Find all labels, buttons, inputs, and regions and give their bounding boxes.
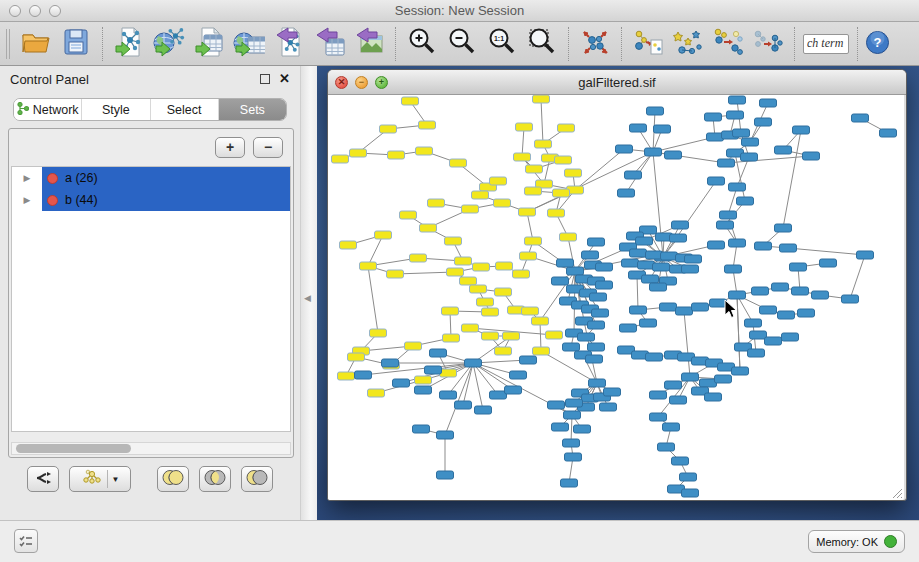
graph-node-blue[interactable] bbox=[415, 386, 432, 394]
tab-select[interactable]: Select bbox=[151, 99, 219, 120]
graph-node-blue[interactable] bbox=[563, 439, 580, 447]
graph-node-yellow[interactable] bbox=[514, 153, 531, 161]
graph-node-blue[interactable] bbox=[752, 287, 769, 295]
graph-node-blue[interactable] bbox=[680, 473, 697, 481]
graph-node-yellow[interactable] bbox=[462, 205, 479, 213]
graph-node-blue[interactable] bbox=[653, 263, 670, 271]
search-input[interactable] bbox=[803, 34, 849, 54]
graph-node-blue[interactable] bbox=[729, 96, 746, 104]
graph-node-blue[interactable] bbox=[490, 391, 507, 399]
graph-node-yellow[interactable] bbox=[360, 262, 377, 270]
graph-node-blue[interactable] bbox=[708, 241, 725, 249]
graph-node-blue[interactable] bbox=[792, 287, 809, 295]
graph-node-blue[interactable] bbox=[355, 371, 372, 379]
graph-node-blue[interactable] bbox=[660, 303, 677, 311]
graph-node-yellow[interactable] bbox=[565, 169, 582, 177]
graph-node-yellow[interactable] bbox=[516, 123, 533, 131]
task-history-button[interactable] bbox=[14, 529, 38, 553]
graph-node-yellow[interactable] bbox=[525, 187, 542, 195]
expand-arrow-icon[interactable]: ▶ bbox=[12, 195, 42, 205]
graph-node-yellow[interactable] bbox=[455, 257, 472, 265]
graph-node-yellow[interactable] bbox=[375, 231, 392, 239]
graph-node-yellow[interactable] bbox=[495, 347, 512, 355]
graph-node-blue[interactable] bbox=[645, 148, 662, 156]
graph-node-yellow[interactable] bbox=[410, 254, 427, 262]
graph-node-blue[interactable] bbox=[437, 431, 454, 439]
graph-node-blue[interactable] bbox=[755, 242, 772, 250]
graph-node-blue[interactable] bbox=[672, 457, 689, 465]
graph-node-yellow[interactable] bbox=[420, 224, 437, 232]
graph-node-yellow[interactable] bbox=[546, 331, 563, 339]
help-button[interactable]: ? bbox=[864, 31, 890, 57]
graph-node-yellow[interactable] bbox=[428, 199, 445, 207]
graph-node-yellow[interactable] bbox=[460, 277, 477, 285]
graph-node-yellow[interactable] bbox=[450, 159, 467, 167]
graph-node-blue[interactable] bbox=[708, 177, 725, 185]
graph-node-blue[interactable] bbox=[765, 337, 782, 345]
graph-node-blue[interactable] bbox=[646, 251, 663, 259]
graph-node-yellow[interactable] bbox=[470, 285, 487, 293]
graph-node-blue[interactable] bbox=[733, 129, 750, 137]
graph-node-yellow[interactable] bbox=[419, 121, 436, 129]
graph-node-blue[interactable] bbox=[630, 306, 647, 314]
save-session-button[interactable] bbox=[56, 25, 96, 63]
graph-node-blue[interactable] bbox=[658, 443, 675, 451]
graph-node-yellow[interactable] bbox=[533, 347, 550, 355]
select-first-neighbors-button[interactable] bbox=[668, 25, 708, 63]
graph-node-blue[interactable] bbox=[670, 396, 687, 404]
graph-node-blue[interactable] bbox=[510, 371, 527, 379]
zoom-fit-selected-button[interactable] bbox=[522, 25, 562, 63]
graph-node-blue[interactable] bbox=[705, 393, 722, 401]
graph-node-yellow[interactable] bbox=[553, 189, 570, 197]
graph-node-yellow[interactable] bbox=[332, 155, 349, 163]
graph-node-blue[interactable] bbox=[729, 291, 746, 299]
graph-node-blue[interactable] bbox=[748, 349, 765, 357]
graph-node-blue[interactable] bbox=[437, 471, 454, 479]
scrollbar-thumb[interactable] bbox=[16, 444, 131, 453]
collapse-panel-icon[interactable]: ◀ bbox=[304, 293, 311, 303]
graph-node-yellow[interactable] bbox=[380, 125, 397, 133]
zoom-in-button[interactable] bbox=[402, 25, 442, 63]
apply-preferred-layout-button[interactable] bbox=[575, 25, 615, 63]
graph-node-yellow[interactable] bbox=[533, 95, 550, 103]
graph-node-blue[interactable] bbox=[430, 349, 447, 357]
graph-node-blue[interactable] bbox=[425, 366, 442, 374]
list-item[interactable]: ▶b (44) bbox=[12, 189, 290, 211]
graph-node-blue[interactable] bbox=[685, 255, 702, 263]
graph-node-blue[interactable] bbox=[700, 379, 717, 387]
new-network-from-selection-button[interactable] bbox=[628, 25, 668, 63]
graph-node-blue[interactable] bbox=[465, 359, 482, 367]
graph-node-blue[interactable] bbox=[798, 309, 815, 317]
graph-node-blue[interactable] bbox=[620, 324, 637, 332]
float-panel-icon[interactable] bbox=[260, 74, 270, 84]
remove-set-button[interactable]: − bbox=[253, 137, 283, 158]
add-set-button[interactable]: + bbox=[215, 137, 245, 158]
graph-node-blue[interactable] bbox=[586, 355, 603, 363]
import-network-from-file-button[interactable] bbox=[109, 25, 149, 63]
graph-node-blue[interactable] bbox=[650, 283, 667, 291]
graph-node-yellow[interactable] bbox=[387, 270, 404, 278]
network-window-titlebar[interactable]: ✕ − + galFiltered.sif bbox=[328, 70, 906, 95]
graph-node-blue[interactable] bbox=[778, 311, 795, 319]
export-network-button[interactable] bbox=[269, 25, 309, 63]
graph-node-blue[interactable] bbox=[737, 197, 754, 205]
graph-node-blue[interactable] bbox=[852, 114, 869, 122]
graph-node-blue[interactable] bbox=[413, 425, 430, 433]
graph-node-blue[interactable] bbox=[650, 391, 667, 399]
resize-grip-icon[interactable] bbox=[890, 486, 903, 499]
zoom-actual-size-button[interactable]: 1:1 bbox=[482, 25, 522, 63]
graph-node-blue[interactable] bbox=[561, 479, 578, 487]
open-session-button[interactable] bbox=[16, 25, 56, 63]
graph-node-blue[interactable] bbox=[670, 234, 687, 242]
graph-node-blue[interactable] bbox=[742, 138, 759, 146]
graph-node-blue[interactable] bbox=[520, 356, 537, 364]
difference-sets-button[interactable] bbox=[241, 466, 273, 492]
graph-node-blue[interactable] bbox=[604, 388, 621, 396]
graph-node-blue[interactable] bbox=[596, 281, 613, 289]
graph-node-blue[interactable] bbox=[566, 399, 583, 407]
import-table-from-url-button[interactable] bbox=[229, 25, 269, 63]
graph-node-blue[interactable] bbox=[592, 309, 609, 317]
graph-node-blue[interactable] bbox=[622, 259, 639, 267]
graph-node-yellow[interactable] bbox=[520, 252, 537, 260]
graph-node-yellow[interactable] bbox=[405, 342, 422, 350]
